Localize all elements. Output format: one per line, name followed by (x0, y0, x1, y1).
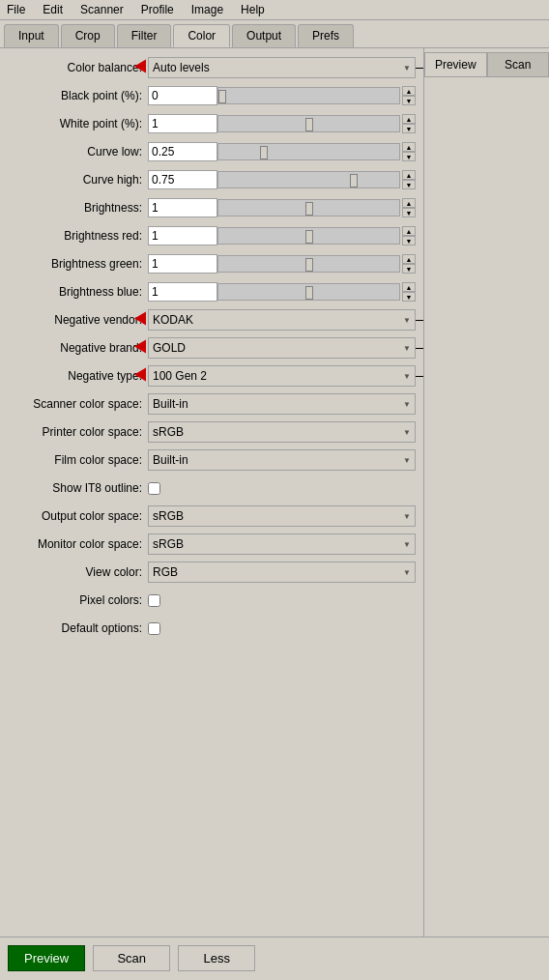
color-balance-label: Color balance: (8, 61, 148, 74)
tabs-row: Input Crop Filter Color Output Prefs (0, 20, 549, 47)
monitor-color-space-dropdown[interactable]: sRGB ▼ (148, 533, 416, 555)
default-options-checkbox[interactable] (148, 622, 160, 635)
printer-color-space-dropdown[interactable]: sRGB ▼ (148, 421, 416, 443)
scanner-color-space-dropdown[interactable]: Built-in ▼ (148, 393, 416, 415)
brightness-slider[interactable] (217, 199, 400, 216)
brightness-red-input[interactable] (148, 226, 217, 245)
curve-high-input[interactable] (148, 170, 217, 189)
curve-low-thumb (260, 146, 268, 159)
black-point-up[interactable]: ▲ (402, 86, 416, 96)
tab-filter[interactable]: Filter (117, 24, 172, 47)
brightness-blue-down[interactable]: ▼ (402, 292, 416, 302)
brightness-blue-label: Brightness blue: (8, 285, 148, 299)
color-balance-dropdown[interactable]: Auto levels ▼ (148, 57, 416, 78)
film-color-space-row: Film color space: Built-in ▼ (8, 448, 416, 472)
preview-button[interactable]: Preview (8, 945, 85, 971)
menu-scanner[interactable]: Scanner (77, 2, 127, 17)
curve-low-down[interactable]: ▼ (402, 152, 416, 161)
tab-prefs[interactable]: Prefs (298, 24, 354, 47)
view-color-row: View color: RGB ▼ (8, 561, 416, 584)
tab-color[interactable]: Color (173, 24, 230, 47)
brightness-label: Brightness: (8, 201, 148, 215)
scan-button[interactable]: Scan (93, 945, 170, 971)
brightness-green-row: Brightness green: ▲ ▼ (8, 252, 416, 275)
brightness-blue-slider[interactable] (217, 283, 400, 301)
brightness-red-up[interactable]: ▲ (402, 226, 416, 236)
negative-type-arrow-icon (134, 368, 146, 382)
menu-file[interactable]: File (4, 2, 28, 17)
content-area: Color balance: Auto levels ▼ Black point… (0, 47, 549, 937)
brightness-blue-up[interactable]: ▲ (402, 282, 416, 292)
brightness-red-spinners: ▲ ▼ (402, 226, 416, 245)
tab-preview[interactable]: Preview (424, 52, 487, 77)
menu-bar: File Edit Scanner Profile Image Help (0, 0, 549, 20)
curve-low-up[interactable]: ▲ (402, 142, 416, 152)
tab-output[interactable]: Output (232, 24, 296, 47)
brightness-green-input[interactable] (148, 254, 217, 274)
curve-low-row: Curve low: ▲ ▼ (8, 140, 416, 163)
pixel-colors-row: Pixel colors: (8, 589, 416, 612)
tabs-left: Input Crop Filter Color Output Prefs (4, 24, 354, 47)
film-color-space-dropdown[interactable]: Built-in ▼ (148, 449, 416, 471)
curve-high-slider[interactable] (217, 171, 400, 188)
negative-vendor-line (416, 320, 423, 321)
negative-type-line (416, 376, 423, 377)
negative-brand-value: GOLD (153, 341, 186, 355)
negative-brand-dropdown[interactable]: GOLD ▼ (148, 337, 416, 359)
curve-high-up[interactable]: ▲ (402, 170, 416, 180)
black-point-slider[interactable] (217, 87, 400, 104)
monitor-color-space-value: sRGB (153, 537, 184, 551)
curve-low-spinners: ▲ ▼ (402, 142, 416, 161)
less-button[interactable]: Less (178, 945, 255, 971)
brightness-red-slider[interactable] (217, 227, 400, 245)
brightness-blue-input[interactable] (148, 282, 217, 302)
white-point-down[interactable]: ▼ (402, 124, 416, 133)
brightness-green-label: Brightness green: (8, 257, 148, 271)
menu-image[interactable]: Image (188, 2, 226, 17)
brightness-up[interactable]: ▲ (402, 198, 416, 208)
tab-input[interactable]: Input (4, 24, 59, 47)
brightness-green-down[interactable]: ▼ (402, 264, 416, 274)
negative-vendor-dropdown[interactable]: KODAK ▼ (148, 309, 416, 331)
color-balance-row: Color balance: Auto levels ▼ (8, 56, 416, 79)
brightness-green-thumb (305, 258, 313, 272)
pixel-colors-checkbox[interactable] (148, 594, 160, 607)
brightness-green-spinners: ▲ ▼ (402, 254, 416, 274)
black-point-down[interactable]: ▼ (402, 96, 416, 105)
color-balance-arrow-icon (134, 60, 146, 73)
brightness-green-up[interactable]: ▲ (402, 254, 416, 264)
show-it8-label: Show IT8 outline: (8, 481, 148, 495)
monitor-color-space-row: Monitor color space: sRGB ▼ (8, 533, 416, 556)
brightness-blue-row: Brightness blue: ▲ ▼ (8, 280, 416, 303)
curve-low-input[interactable] (148, 142, 217, 161)
output-color-space-dropdown[interactable]: sRGB ▼ (148, 505, 416, 527)
tab-scan-right[interactable]: Scan (487, 52, 550, 77)
tab-crop[interactable]: Crop (61, 24, 115, 47)
brightness-green-slider[interactable] (217, 255, 400, 273)
menu-profile[interactable]: Profile (138, 2, 177, 17)
show-it8-checkbox[interactable] (148, 482, 160, 495)
curve-low-slider[interactable] (217, 143, 400, 160)
black-point-row: Black point (%): ▲ ▼ (8, 84, 416, 107)
menu-edit[interactable]: Edit (40, 2, 66, 17)
negative-vendor-chevron-icon: ▼ (403, 316, 411, 325)
negative-type-dropdown[interactable]: 100 Gen 2 ▼ (148, 365, 416, 387)
menu-help[interactable]: Help (238, 2, 268, 17)
brightness-down[interactable]: ▼ (402, 208, 416, 217)
default-options-label: Default options: (8, 621, 148, 635)
curve-high-down[interactable]: ▼ (402, 180, 416, 189)
white-point-input[interactable] (148, 114, 217, 133)
view-color-dropdown[interactable]: RGB ▼ (148, 562, 416, 583)
brightness-input[interactable] (148, 198, 217, 217)
view-color-value: RGB (153, 565, 178, 579)
white-point-up[interactable]: ▲ (402, 114, 416, 124)
film-color-space-chevron-icon: ▼ (403, 456, 411, 465)
black-point-thumb (218, 90, 226, 103)
brightness-row: Brightness: ▲ ▼ (8, 196, 416, 219)
brightness-red-row: Brightness red: ▲ ▼ (8, 224, 416, 247)
white-point-slider[interactable] (217, 115, 400, 132)
black-point-input[interactable] (148, 86, 217, 105)
brightness-red-down[interactable]: ▼ (402, 236, 416, 245)
printer-color-space-chevron-icon: ▼ (403, 428, 411, 437)
negative-vendor-value: KODAK (153, 313, 193, 327)
